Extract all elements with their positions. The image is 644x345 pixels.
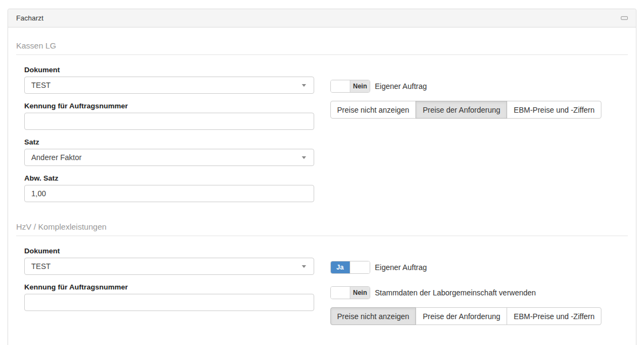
toggle-handle [331,80,350,92]
form-group-abw-satz: Abw. Satz [24,174,314,202]
form-group-dokument: Dokument TEST [24,66,314,94]
panel-body: Kassen LG Dokument TEST Kennung für Auft… [8,27,636,333]
dokument-label: Dokument [24,66,314,74]
toggle-state-label: Nein [350,287,369,299]
kennung-label: Kennung für Auftragsnummer [24,283,314,291]
price-option-button-3[interactable]: EBM-Preise und -Ziffern [507,307,601,325]
eigener-auftrag-toggle-row: Nein Eigener Auftrag [330,80,620,93]
eigener-auftrag-label: Eigener Auftrag [375,263,427,272]
dokument-select-hzv[interactable]: TEST [24,258,314,275]
dokument-select-value: TEST [31,81,51,89]
hzv-row: Dokument TEST Kennung für Auftragsnummer [16,247,628,325]
price-option-button-2-selected[interactable]: Preise der Anforderung [416,101,507,119]
kennung-input[interactable] [24,113,314,130]
chevron-down-icon [302,84,306,87]
eigener-auftrag-toggle[interactable]: Nein [330,80,370,93]
chevron-down-icon [302,156,306,159]
toggle-handle [331,287,350,299]
dokument-select[interactable]: TEST [24,77,314,94]
kassen-lg-left-column: Dokument TEST Kennung für Auftragsnummer… [16,66,322,210]
section-hzv-komplexleistungen: HzV / Komplexleistungen Dokument TEST Ke… [16,217,628,325]
eigener-auftrag-label: Eigener Auftrag [375,82,427,91]
price-option-button-2[interactable]: Preise der Anforderung [416,307,507,325]
price-display-button-group: Preise nicht anzeigen Preise der Anforde… [330,101,602,119]
price-option-button-1[interactable]: Preise nicht anzeigen [330,101,417,119]
facharzt-panel: Facharzt Kassen LG Dokument TEST Kennung… [8,9,636,345]
hzv-left-column: Dokument TEST Kennung für Auftragsnummer [16,247,322,325]
kennung-label: Kennung für Auftragsnummer [24,102,314,110]
toggle-state-label: Ja [331,261,350,273]
eigener-auftrag-toggle-row-hzv: Ja Eigener Auftrag [330,261,620,274]
form-group-satz: Satz Anderer Faktor [24,138,314,166]
dokument-label: Dokument [24,247,314,255]
abw-satz-input[interactable] [24,185,314,202]
satz-select-value: Anderer Faktor [31,153,81,162]
stammdaten-toggle[interactable]: Nein [330,286,370,299]
kassen-lg-row: Dokument TEST Kennung für Auftragsnummer… [16,66,628,210]
hzv-right-column: Ja Eigener Auftrag Nein Stammdaten der L… [322,247,628,325]
panel-title: Facharzt [16,14,44,22]
toggle-state-label: Nein [350,80,369,92]
eigener-auftrag-toggle-hzv[interactable]: Ja [330,261,370,274]
kennung-input-hzv[interactable] [24,294,314,311]
satz-label: Satz [24,138,314,146]
form-group-kennung: Kennung für Auftragsnummer [24,102,314,130]
price-option-button-1-selected[interactable]: Preise nicht anzeigen [330,307,417,325]
abw-satz-label: Abw. Satz [24,174,314,182]
toggle-handle [350,261,370,273]
panel-heading[interactable]: Facharzt [8,9,636,27]
section-legend-hzv: HzV / Komplexleistungen [16,217,628,236]
stammdaten-toggle-row: Nein Stammdaten der Laborgemeinschaft ve… [330,286,620,299]
price-display-button-group-hzv: Preise nicht anzeigen Preise der Anforde… [330,307,602,325]
dokument-select-value: TEST [31,262,51,271]
form-group-dokument-hzv: Dokument TEST [24,247,314,275]
kassen-lg-right-column: Nein Eigener Auftrag Preise nicht anzeig… [322,66,628,210]
section-legend-kassen-lg: Kassen LG [16,36,628,55]
satz-select[interactable]: Anderer Faktor [24,149,314,166]
collapse-panel-icon[interactable] [621,16,628,20]
stammdaten-label: Stammdaten der Laborgemeinschaft verwend… [375,288,536,297]
section-kassen-lg: Kassen LG Dokument TEST Kennung für Auft… [16,36,628,210]
form-group-kennung-hzv: Kennung für Auftragsnummer [24,283,314,311]
chevron-down-icon [302,265,306,268]
price-option-button-3[interactable]: EBM-Preise und -Ziffern [507,101,601,119]
